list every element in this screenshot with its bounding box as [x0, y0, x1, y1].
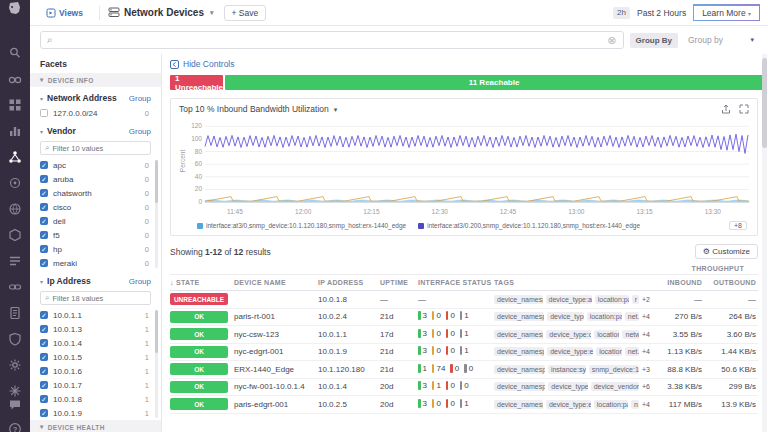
tag-pill[interactable]: r	[632, 295, 639, 304]
checkbox[interactable]: ✓	[40, 395, 48, 403]
table-row[interactable]: OKERX-1440_Edge10.1.120.18021d17400devic…	[170, 361, 758, 379]
tag-pill[interactable]: device_type:edge-router	[547, 347, 593, 356]
group-by-dropdown[interactable]: Group by ▾	[684, 32, 758, 48]
checkbox[interactable]: ✓	[40, 161, 48, 169]
notebooks-icon[interactable]	[8, 306, 22, 320]
status-segment[interactable]: 11 Reachable	[225, 75, 763, 90]
apm-icon[interactable]	[8, 176, 22, 190]
table-row[interactable]: OKnyc-edgrt-00110.0.1.921d3001device_nam…	[170, 344, 758, 362]
clear-search-icon[interactable]: ⊗	[607, 34, 616, 47]
checkbox[interactable]: ✓	[40, 203, 48, 211]
tag-pill[interactable]: device_type:firewall	[548, 382, 587, 391]
tag-pill[interactable]: instance:synthetics	[548, 365, 586, 374]
bandwidth-chart[interactable]: 020406080100120Percent11:4512:0012:1512:…	[179, 114, 755, 218]
column-header[interactable]: TAGS	[494, 279, 650, 286]
more-tags-badge[interactable]: +4	[642, 401, 650, 408]
search-box[interactable]: ⌕ ⊗	[40, 31, 624, 49]
tag-pill[interactable]: snmp_device:10.1.120.1...	[589, 365, 639, 374]
facet-title-vendor[interactable]: ▾VendorGroup	[30, 120, 161, 139]
checkbox[interactable]: ✓	[40, 381, 48, 389]
checkbox[interactable]: ✓	[40, 339, 48, 347]
fullscreen-icon[interactable]	[739, 104, 749, 114]
tag-pill[interactable]: location:paris-dc1	[594, 400, 628, 409]
checkbox[interactable]: ✓	[40, 367, 48, 375]
facet-item[interactable]: ✓10.0.1.71	[30, 378, 155, 392]
watchdog-icon[interactable]	[8, 72, 22, 86]
tag-pill[interactable]: location:paris-dc1	[587, 312, 622, 321]
more-tags-badge[interactable]: +3	[642, 366, 650, 373]
status-segment[interactable]: 1 Unreachable	[170, 75, 223, 90]
column-header[interactable]: DEVICE NAME	[234, 279, 318, 286]
facet-section-header[interactable]: ▾DEVICE INFO	[30, 73, 161, 87]
device-name[interactable]: paris-rt-001	[234, 312, 318, 321]
group-link[interactable]: Group	[129, 277, 151, 286]
column-header[interactable]: IP ADDRESS	[318, 279, 380, 286]
group-link[interactable]: Group	[129, 127, 151, 136]
facet-item[interactable]: ✓f50	[30, 228, 155, 242]
facet-scrollbar[interactable]	[155, 160, 158, 268]
checkbox[interactable]: ✓	[40, 325, 48, 333]
checkbox[interactable]: ✓	[40, 259, 48, 267]
tag-pill[interactable]: device_namespace:default	[494, 312, 544, 321]
checkbox[interactable]: ✓	[40, 311, 48, 319]
facet-filter-input[interactable]: ⌕	[40, 291, 151, 305]
views-button[interactable]: Views	[38, 8, 91, 18]
tag-pill[interactable]: device_type:core-switch	[546, 330, 591, 339]
table-row[interactable]: OKnyc-fw-001-10.0.1.410.0.1.420d3100devi…	[170, 379, 758, 397]
chart-title-dropdown[interactable]: Top 10 % Inbound Bandwidth Utilization▾	[179, 104, 337, 114]
time-badge[interactable]: 2h	[613, 7, 630, 19]
tag-pill[interactable]: device_type:access-point	[546, 295, 592, 304]
more-tags-badge[interactable]: +6	[642, 383, 650, 390]
tag-pill[interactable]: location:nyc	[594, 330, 619, 339]
tag-pill[interactable]: device_vendor:paloalto...	[591, 382, 639, 391]
column-header[interactable]: OUTBOUND	[702, 279, 758, 286]
more-tags-badge[interactable]: +4	[642, 348, 650, 355]
dashboards-icon[interactable]	[8, 98, 22, 112]
facet-item[interactable]: ✓meraki0	[30, 256, 155, 270]
checkbox[interactable]: ✓	[40, 245, 48, 253]
learn-more-button[interactable]: Learn More ▾	[693, 4, 760, 21]
help-icon[interactable]: ?	[8, 422, 22, 432]
security-icon[interactable]	[8, 332, 22, 346]
search-icon[interactable]	[8, 46, 22, 60]
legend-item[interactable]: interface:at3/0,snmp_device:10.1.120.180…	[197, 222, 406, 229]
datadog-logo[interactable]	[0, 0, 30, 18]
network-icon[interactable]	[8, 150, 22, 164]
export-icon[interactable]	[721, 104, 731, 114]
tag-pill[interactable]: netw...	[622, 330, 639, 339]
tag-pill[interactable]: device_type:router	[547, 312, 584, 321]
customize-button[interactable]: ⚙ Customize	[695, 244, 758, 259]
more-tags-badge[interactable]: +4	[642, 313, 650, 320]
save-button[interactable]: + Save	[224, 5, 267, 21]
column-header[interactable]: INTERFACE STATUS	[418, 279, 494, 286]
facet-item[interactable]: ✓dell0	[30, 214, 155, 228]
tag-pill[interactable]: net...	[625, 312, 639, 321]
tag-pill[interactable]: device_namespace:default	[494, 295, 543, 304]
column-header[interactable]: INBOUND	[650, 279, 702, 286]
tag-pill[interactable]: device_namespace:default	[494, 347, 544, 356]
facet-item[interactable]: ✓hp0	[30, 242, 155, 256]
facet-item[interactable]: 127.0.0.0/240	[30, 106, 155, 120]
checkbox[interactable]	[40, 109, 48, 117]
integrations-icon[interactable]	[8, 280, 22, 294]
settings-icon[interactable]	[8, 358, 22, 372]
metrics-icon[interactable]	[8, 124, 22, 138]
facet-scrollbar[interactable]	[155, 310, 158, 418]
group-by-chip[interactable]: Group By	[630, 33, 678, 48]
tag-pill[interactable]: device_namespace:default	[494, 382, 545, 391]
facet-filter-input[interactable]: ⌕	[40, 141, 151, 155]
hide-controls-link[interactable]: Hide Controls	[170, 59, 758, 69]
tag-pill[interactable]: location:paris-dc1	[595, 295, 629, 304]
tag-pill[interactable]: n	[631, 400, 639, 409]
tag-pill[interactable]: location:nyc	[596, 347, 622, 356]
facet-item[interactable]: ✓apc0	[30, 158, 155, 172]
tag-pill[interactable]: net...	[625, 347, 639, 356]
facet-item[interactable]: ✓chatsworth0	[30, 186, 155, 200]
more-tags-badge[interactable]: +4	[642, 331, 650, 338]
infrastructure-icon[interactable]	[8, 228, 22, 242]
legend-overflow-badge[interactable]: +8	[729, 221, 747, 230]
device-name[interactable]: nyc-edgrt-001	[234, 347, 318, 356]
facet-title-network-address[interactable]: ▾Network AddressGroup	[30, 87, 161, 106]
device-name[interactable]: paris-edgrt-001	[234, 400, 318, 409]
legend-item[interactable]: interface:at3/0.200,snmp_device:10.1.120…	[418, 222, 640, 229]
